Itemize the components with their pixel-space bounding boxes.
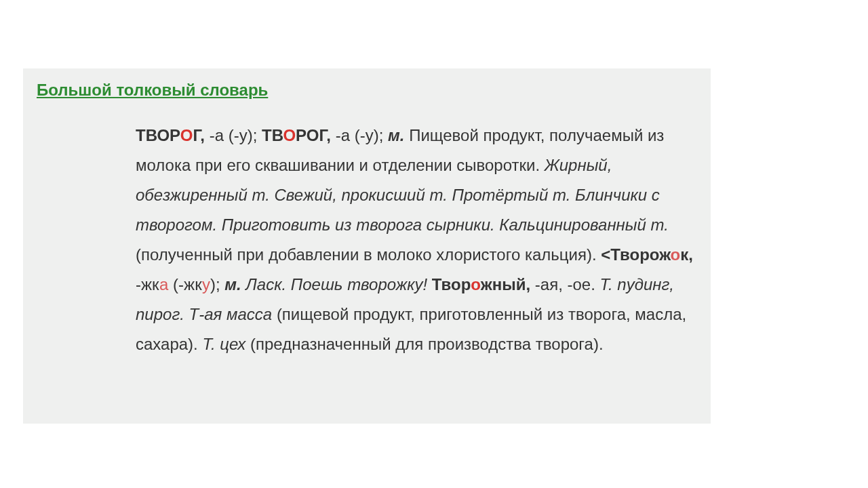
dictionary-title-link[interactable]: Большой толковый словарь	[37, 81, 268, 99]
headword-1: ТВОРОГ,	[136, 126, 205, 144]
dictionary-entry: ТВОРОГ, -а (-у); ТВОРОГ, -а (-у); м. Пищ…	[136, 121, 694, 359]
derivative-2-inflect: -ая, -ое.	[535, 275, 595, 293]
gender-mark-2: м.	[224, 275, 241, 293]
example-2: Ласк. Поешь творожку!	[245, 275, 427, 293]
derivative-1: Творожок,	[610, 245, 693, 264]
paren-note-1: (полученный при добавлении в молоко хлор…	[136, 245, 597, 264]
deriv-arrow: <	[601, 245, 610, 264]
example-4: Т. цех	[202, 335, 245, 353]
paren-note-3: (предназначенный для производства творог…	[250, 335, 604, 353]
dictionary-card: Большой толковый словарь ТВОРОГ, -а (-у)…	[23, 68, 711, 424]
gender-mark-1: м.	[388, 126, 404, 144]
headword-2: ТВОРОГ,	[262, 126, 331, 144]
derivative-2: Творожный,	[432, 275, 530, 293]
derivative-1-inflect: -жка (-жку);	[136, 275, 220, 293]
